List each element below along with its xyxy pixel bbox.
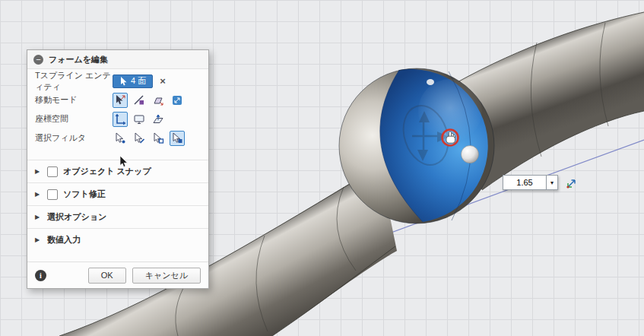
object-snap-label: オブジェクト スナップ — [63, 166, 151, 177]
coord-space-local-button[interactable] — [151, 112, 166, 127]
distance-dropdown-button[interactable]: ▾ — [547, 175, 558, 190]
move-mode-free-button[interactable] — [113, 93, 128, 108]
edit-form-dialog: − フォームを編集 Tスプライン エンティティ 4 面 × 移動モード — [27, 49, 209, 289]
manipulator-toggle-icon — [565, 176, 579, 189]
expand-arrow-icon[interactable]: ▶ — [35, 236, 42, 243]
manipulator-point[interactable] — [427, 79, 434, 85]
filter-edge-icon — [133, 132, 145, 144]
entity-selection-count: 4 面 — [131, 75, 146, 87]
filter-vertex-icon — [114, 132, 126, 144]
move-edge-icon — [133, 94, 145, 106]
transform-grid-icon — [171, 94, 183, 106]
view-screen-icon — [133, 113, 145, 125]
selection-options-section[interactable]: ▶ 選択オプション — [27, 205, 208, 228]
filter-body-icon — [171, 132, 183, 144]
local-plane-icon — [152, 113, 164, 125]
selection-options-label: 選択オプション — [47, 211, 106, 223]
distance-input[interactable] — [503, 175, 547, 190]
dialog-title-bar[interactable]: − フォームを編集 — [27, 50, 208, 69]
filter-edge-button[interactable] — [132, 131, 147, 146]
numeric-input-label: 数値入力 — [47, 234, 81, 246]
soft-edit-section[interactable]: ▶ ソフト修正 — [27, 182, 208, 205]
distance-field-group: ▾ — [503, 174, 580, 191]
numeric-input-section[interactable]: ▶ 数値入力 — [27, 228, 208, 251]
tspline-entity-label: Tスプライン エンティティ — [35, 70, 113, 93]
info-icon[interactable]: i — [35, 270, 46, 281]
expand-arrow-icon[interactable]: ▶ — [35, 168, 42, 175]
dialog-footer: i OK キャンセル — [27, 262, 208, 288]
filter-face-button[interactable] — [151, 131, 166, 146]
filter-face-icon — [152, 132, 164, 144]
move-face-icon — [152, 94, 164, 106]
world-axes-icon — [114, 113, 126, 125]
move-mode-face-button[interactable] — [151, 93, 166, 108]
coord-space-view-button[interactable] — [132, 112, 147, 127]
move-mode-edge-button[interactable] — [132, 93, 147, 108]
selection-filter-row: 選択フィルタ — [27, 128, 208, 147]
coord-space-label: 座標空間 — [35, 113, 113, 125]
filter-vertex-button[interactable] — [113, 131, 128, 146]
move-mode-row: 移動モード — [27, 90, 208, 109]
coord-space-row: 座標空間 — [27, 109, 208, 128]
caret-down-icon: ▾ — [550, 179, 554, 186]
manipulator-toggle-button[interactable] — [563, 174, 580, 191]
expand-arrow-icon[interactable]: ▶ — [35, 214, 42, 220]
move-free-icon — [114, 94, 126, 106]
select-cursor-icon — [119, 77, 127, 86]
dialog-body: Tスプライン エンティティ 4 面 × 移動モード — [27, 69, 208, 251]
tspline-entity-row: Tスプライン エンティティ 4 面 × — [27, 71, 208, 90]
soft-edit-checkbox[interactable] — [47, 189, 58, 200]
collapse-icon[interactable]: − — [33, 55, 43, 65]
manipulator-ball-handle[interactable] — [462, 146, 479, 163]
selection-filter-label: 選択フィルタ — [35, 132, 113, 144]
object-snap-checkbox[interactable] — [47, 166, 58, 177]
ok-button[interactable]: OK — [88, 268, 126, 284]
cancel-button[interactable]: キャンセル — [132, 268, 201, 284]
filter-body-button[interactable] — [170, 131, 185, 146]
soft-edit-label: ソフト修正 — [63, 189, 106, 200]
entity-selection-chip[interactable]: 4 面 — [113, 74, 153, 88]
move-mode-label: 移動モード — [35, 94, 113, 106]
clear-selection-button[interactable]: × — [160, 76, 166, 86]
object-snap-section[interactable]: ▶ オブジェクト スナップ — [27, 160, 208, 182]
coord-space-world-button[interactable] — [113, 112, 128, 127]
dialog-title: フォームを編集 — [49, 54, 108, 65]
expand-arrow-icon[interactable]: ▶ — [35, 191, 42, 198]
pointer-cursor-icon — [119, 156, 128, 168]
move-mode-transform-button[interactable] — [170, 93, 185, 108]
